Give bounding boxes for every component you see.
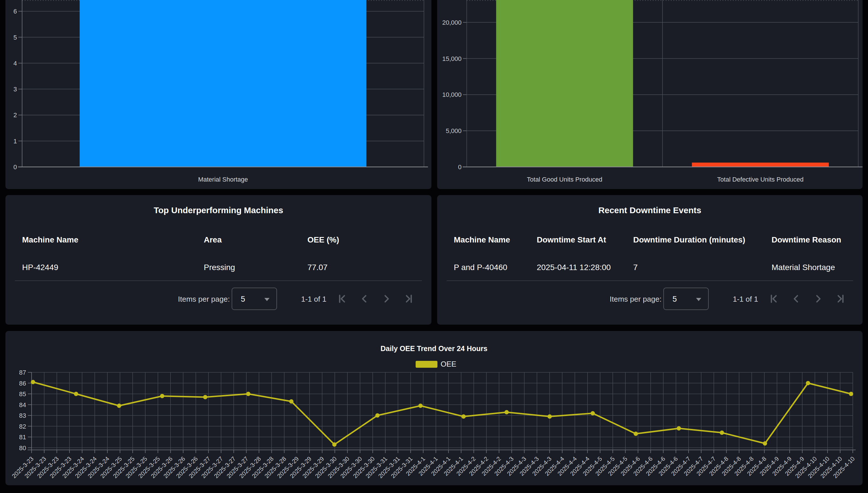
column-header-machine-name: Machine Name [454, 235, 510, 244]
chevron-down-icon [696, 298, 701, 301]
svg-text:Total Good Units Produced: Total Good Units Produced [527, 176, 602, 183]
svg-text:4: 4 [14, 60, 17, 67]
chevron-down-icon [265, 298, 270, 301]
bar-good-units [496, 0, 633, 167]
data-point-2025-3-29 [289, 399, 294, 404]
page-title-underperforming: Top Underperforming Machines [5, 206, 431, 215]
bar-material-shortage [80, 0, 367, 167]
svg-text:15,000: 15,000 [442, 55, 461, 62]
data-point-2025-3-25 [117, 404, 121, 408]
downtime-reason-chart-card: 0123456Material Shortage [5, 0, 431, 189]
data-point-2025-4-9 [763, 441, 767, 446]
svg-text:3: 3 [14, 86, 17, 93]
svg-text:82: 82 [19, 423, 26, 430]
chevron-left-icon [789, 292, 803, 306]
data-point-2025-4-1 [418, 404, 423, 408]
svg-text:6: 6 [14, 8, 17, 15]
good-vs-defective-units-bar-chart: 05,00010,00015,00020,000Total Good Units… [437, 0, 863, 189]
svg-text:0: 0 [14, 164, 17, 171]
items-per-page-label: Items per page: [178, 295, 230, 304]
chevron-right-icon [380, 292, 393, 306]
page-size-value: 5 [241, 295, 245, 304]
data-point-2025-4-8 [720, 431, 724, 435]
cell-downtime-duration: 7 [633, 263, 638, 272]
svg-text:0: 0 [458, 164, 461, 171]
first-page-icon [767, 292, 780, 306]
cell-area: Pressing [204, 263, 235, 272]
first-page-button[interactable] [335, 292, 349, 306]
cell-downtime-start: 2025-04-11 12:28:00 [537, 263, 611, 272]
data-point-2025-4-11 [849, 392, 853, 396]
page-range-label: 1-1 of 1 [301, 295, 326, 304]
daily-oee-trend-line-chart: 2025-3-232025-3-232025-3-232025-3-232025… [5, 331, 863, 485]
data-point-2025-3-23 [31, 380, 35, 384]
row-divider [15, 280, 422, 281]
first-page-icon [335, 292, 349, 306]
next-page-button[interactable] [380, 292, 393, 306]
page-size-select[interactable]: 5 [232, 287, 277, 310]
svg-text:20,000: 20,000 [442, 19, 461, 26]
chevron-right-icon [812, 292, 825, 306]
row-divider [447, 280, 853, 281]
page-range-label: 1-1 of 1 [733, 295, 758, 304]
column-header-downtime-start: Downtime Start At [537, 235, 606, 244]
svg-text:1: 1 [14, 137, 17, 145]
svg-text:Material Shortage: Material Shortage [198, 176, 248, 183]
data-point-2025-3-28 [246, 392, 251, 396]
units-produced-chart-card: 05,00010,00015,00020,000Total Good Units… [437, 0, 863, 189]
column-header-oee: OEE (%) [307, 235, 339, 244]
svg-text:84: 84 [19, 401, 26, 409]
paginator-downtime: Items per page: 5 1-1 of 1 [437, 287, 863, 310]
svg-text:80: 80 [19, 445, 26, 452]
svg-text:5,000: 5,000 [446, 127, 461, 134]
top-underperforming-machines-card: Top Underperforming Machines Machine Nam… [5, 195, 431, 325]
svg-text:81: 81 [19, 433, 26, 441]
data-point-2025-4-5 [591, 411, 595, 415]
svg-text:Total Defective Units Produced: Total Defective Units Produced [717, 176, 804, 183]
first-page-button[interactable] [767, 292, 780, 306]
last-page-icon [402, 292, 416, 306]
column-header-machine-name: Machine Name [22, 235, 78, 244]
data-point-2025-4-7 [677, 426, 681, 431]
svg-text:87: 87 [19, 369, 26, 376]
data-point-2025-3-26 [160, 394, 164, 398]
data-point-2025-4-6 [634, 431, 638, 436]
data-point-2025-3-27 [203, 395, 207, 399]
oee-trend-line [33, 382, 851, 445]
last-page-button[interactable] [402, 292, 416, 306]
page-title-downtime: Recent Downtime Events [437, 206, 863, 215]
svg-text:5: 5 [14, 34, 17, 41]
cell-downtime-reason: Material Shortage [772, 263, 835, 272]
column-header-downtime-reason: Downtime Reason [772, 235, 841, 244]
svg-text:2: 2 [14, 111, 17, 119]
column-header-downtime-duration: Downtime Duration (minutes) [633, 235, 745, 244]
last-page-button[interactable] [834, 292, 848, 306]
svg-text:85: 85 [19, 390, 26, 398]
recent-downtime-events-card: Recent Downtime Events Machine Name Down… [437, 195, 863, 325]
previous-page-button[interactable] [357, 292, 371, 306]
page-size-value: 5 [672, 295, 677, 304]
downtime-by-reason-bar-chart: 0123456Material Shortage [5, 0, 431, 189]
oee-trend-chart-card: Daily OEE Trend Over 24 Hours OEE 2025-3… [5, 331, 863, 485]
page-size-select[interactable]: 5 [663, 287, 709, 310]
data-point-2025-4-10 [806, 381, 810, 385]
items-per-page-label: Items per page: [610, 295, 662, 304]
previous-page-button[interactable] [789, 292, 803, 306]
bar-defective-units [692, 163, 829, 167]
cell-oee: 77.07 [307, 263, 327, 272]
data-point-2025-3-24 [74, 392, 78, 396]
data-point-2025-3-31 [375, 413, 380, 418]
data-point-2025-4-4 [548, 414, 552, 419]
svg-text:10,000: 10,000 [442, 91, 461, 98]
last-page-icon [834, 292, 848, 306]
cell-machine-name: HP-42449 [22, 263, 58, 272]
data-point-2025-3-30 [333, 443, 337, 447]
cell-machine-name: P and P-40460 [454, 263, 507, 272]
data-point-2025-4-2 [461, 414, 466, 419]
svg-text:83: 83 [19, 412, 26, 419]
next-page-button[interactable] [812, 292, 825, 306]
data-point-2025-4-3 [505, 410, 509, 414]
svg-text:86: 86 [19, 380, 26, 387]
chevron-left-icon [357, 292, 371, 306]
paginator-underperforming: Items per page: 5 1-1 of 1 [5, 287, 431, 310]
